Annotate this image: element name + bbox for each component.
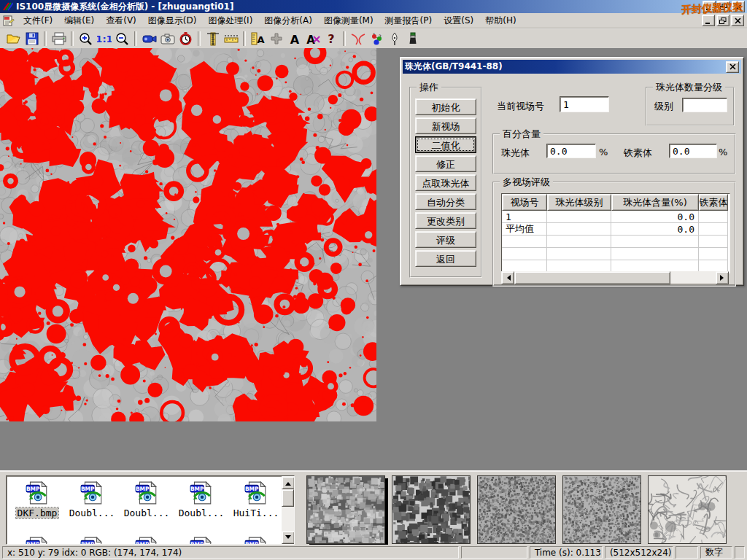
- auto-classify-button[interactable]: 自动分类: [415, 193, 476, 210]
- grading-group: 珠光体数量分级 级别: [646, 87, 735, 126]
- actual-size-button[interactable]: 1:1: [95, 30, 113, 47]
- binarize-button[interactable]: 二值化: [415, 136, 476, 153]
- restore-button[interactable]: [717, 1, 730, 12]
- thumbnail-2[interactable]: [392, 475, 471, 544]
- ferrite-percent-input[interactable]: [669, 144, 717, 158]
- text-style-button[interactable]: A: [303, 30, 322, 47]
- arrow-right-icon: [720, 275, 727, 281]
- spline-curve-icon: [350, 32, 366, 46]
- init-button[interactable]: 初始化: [415, 98, 476, 115]
- menu-settings[interactable]: 设置(S): [438, 13, 479, 28]
- help-button[interactable]: ?: [322, 30, 340, 47]
- thumbnail-1[interactable]: [306, 475, 385, 544]
- file-item[interactable]: Doubl...: [120, 481, 173, 519]
- file-item[interactable]: Doubl...: [175, 481, 228, 519]
- operation-group-label: 操作: [417, 82, 441, 93]
- open-button[interactable]: [4, 30, 23, 47]
- file-name[interactable]: Doubl...: [177, 508, 226, 518]
- thumbnail-4[interactable]: [562, 475, 641, 544]
- dialog-close-button[interactable]: [726, 61, 739, 73]
- current-field-input[interactable]: [560, 96, 609, 112]
- scroll-right-button[interactable]: [716, 271, 729, 284]
- pointer-pen-button[interactable]: [385, 30, 403, 47]
- menu-edit[interactable]: 编辑(E): [58, 13, 100, 28]
- percent-group-label: 百分含量: [500, 128, 543, 139]
- zoom-out-button[interactable]: [113, 30, 131, 47]
- correct-button[interactable]: 修正: [415, 155, 476, 172]
- zoom-in-icon: [79, 32, 93, 46]
- scroll-left-button[interactable]: [501, 271, 514, 284]
- file-item[interactable]: [11, 536, 63, 545]
- print-button[interactable]: [50, 30, 68, 47]
- file-name[interactable]: DKF.bmp: [16, 508, 59, 518]
- video-capture-button[interactable]: [140, 30, 158, 47]
- col-pearlite-grade[interactable]: 珠光体级别: [547, 194, 611, 211]
- scrollbar-thumb[interactable]: [514, 271, 670, 284]
- pearlite-percent-input[interactable]: [546, 144, 596, 158]
- bmp-file-icon: [25, 536, 50, 545]
- scrollbar-thumb[interactable]: [282, 489, 294, 507]
- menu-measure-report[interactable]: 测量报告(P): [379, 13, 438, 28]
- scrollbar-track[interactable]: [282, 507, 294, 531]
- file-item[interactable]: HuiTi...: [230, 481, 282, 519]
- new-field-button[interactable]: 新视场: [415, 117, 476, 134]
- menu-help[interactable]: 帮助(H): [479, 13, 522, 28]
- thumbnail-3[interactable]: [477, 475, 556, 544]
- table-row[interactable]: 1 0.0: [502, 211, 729, 223]
- pearlite-dialog: 珠光体(GB/T9441-88) 操作 初始化 新视场 二值化 修正 点取珠光体…: [400, 57, 744, 286]
- timer-button[interactable]: [177, 30, 195, 47]
- micrograph-image[interactable]: [0, 48, 376, 421]
- return-button[interactable]: 返回: [415, 250, 476, 267]
- table-row[interactable]: 平均值 0.0: [502, 223, 729, 236]
- dialog-title-bar[interactable]: 珠光体(GB/T9441-88): [403, 60, 741, 74]
- file-name[interactable]: Doubl...: [68, 508, 117, 518]
- close-button[interactable]: [732, 1, 745, 12]
- scroll-down-button[interactable]: [282, 531, 295, 544]
- file-name[interactable]: HuiTi...: [232, 508, 281, 518]
- col-ferrite[interactable]: 铁素体: [699, 194, 728, 211]
- mdi-minimize-button[interactable]: [702, 15, 715, 26]
- grade-button[interactable]: 评级: [415, 231, 476, 248]
- paint-brush-icon: [408, 32, 418, 46]
- text-annotate-button[interactable]: A: [285, 30, 303, 47]
- menu-image-process[interactable]: 图像处理(I): [202, 13, 258, 28]
- save-button[interactable]: [23, 30, 41, 47]
- measure-vertical-button[interactable]: [204, 30, 222, 47]
- menu-image-analysis[interactable]: 图像分析(A): [258, 13, 318, 28]
- mdi-close-button[interactable]: [731, 15, 744, 26]
- pick-pearlite-button[interactable]: 点取珠光体: [415, 174, 476, 191]
- measure-horizontal-button[interactable]: [222, 30, 240, 47]
- change-class-button[interactable]: 更改类别: [415, 212, 476, 229]
- minimize-button[interactable]: [703, 1, 716, 12]
- col-field-no[interactable]: 视场号: [502, 194, 547, 211]
- file-name[interactable]: Doubl...: [123, 508, 171, 518]
- bmp-file-icon: [134, 481, 159, 505]
- grade-level-input[interactable]: [682, 98, 727, 112]
- bmp-file-icon: [244, 536, 268, 545]
- camera-icon: [160, 33, 175, 44]
- snapshot-button[interactable]: [158, 30, 177, 47]
- scroll-up-button[interactable]: [282, 476, 295, 489]
- file-item[interactable]: Doubl...: [66, 481, 118, 519]
- calibration-button[interactable]: A: [249, 30, 267, 47]
- file-item[interactable]: DKF.bmp: [11, 481, 63, 519]
- marker-points-button[interactable]: 1 2 3: [367, 30, 385, 47]
- thumbnail-5[interactable]: [648, 475, 727, 544]
- mdi-restore-button[interactable]: [716, 15, 729, 26]
- menu-view[interactable]: 查看(V): [100, 13, 142, 28]
- svg-text:A: A: [290, 33, 299, 46]
- file-item[interactable]: [120, 536, 173, 545]
- zoom-in-button[interactable]: [77, 30, 95, 47]
- file-list-scrollbar[interactable]: [282, 476, 294, 544]
- menu-image-display[interactable]: 图像显示(D): [142, 13, 203, 28]
- curve-tool-button[interactable]: [349, 30, 367, 47]
- move-tool-button[interactable]: [267, 30, 285, 47]
- file-item[interactable]: [230, 536, 282, 545]
- brush-button[interactable]: [403, 30, 422, 47]
- menu-image-measure[interactable]: 图像测量(M): [318, 13, 379, 28]
- file-item[interactable]: [66, 536, 118, 545]
- menu-file[interactable]: 文件(F): [18, 13, 58, 28]
- table-horizontal-scrollbar[interactable]: [501, 271, 729, 283]
- file-item[interactable]: [175, 536, 228, 545]
- col-pearlite-content[interactable]: 珠光体含量(%): [611, 194, 699, 211]
